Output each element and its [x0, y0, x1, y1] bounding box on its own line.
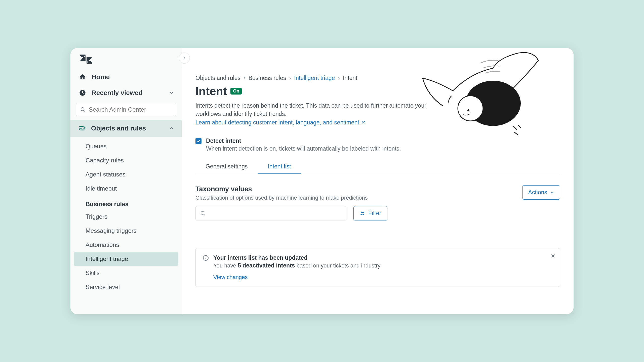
- breadcrumb-separator: ›: [244, 75, 246, 81]
- breadcrumb-intelligent-triage[interactable]: Intelligent triage: [294, 75, 335, 81]
- actions-label: Actions: [528, 189, 547, 196]
- chevron-up-icon: [169, 126, 174, 131]
- sidebar-item-service-level[interactable]: Service level: [70, 280, 182, 294]
- detect-intent-desc: When intent detection is on, tickets wil…: [206, 145, 401, 152]
- svg-point-4: [467, 109, 469, 111]
- breadcrumb-separator: ›: [289, 75, 291, 81]
- learn-more-link[interactable]: Learn about detecting customer intent, l…: [195, 119, 366, 126]
- nav-home-label: Home: [92, 73, 110, 81]
- svg-point-7: [363, 214, 364, 215]
- routing-icon: [78, 125, 86, 132]
- breadcrumb-separator: ›: [338, 75, 340, 81]
- sidebar-item-intelligent-triage[interactable]: Intelligent triage: [74, 252, 178, 266]
- tab-intent-list[interactable]: Intent list: [258, 160, 301, 174]
- sidebar-item-idle-timeout[interactable]: Idle timeout: [70, 182, 182, 196]
- svg-point-3: [458, 96, 483, 121]
- chevron-down-icon: [550, 191, 554, 195]
- search-icon: [80, 107, 86, 113]
- status-badge-on: On: [230, 88, 242, 95]
- alert-title: Your intents list has been updated: [213, 254, 307, 261]
- search-input[interactable]: [89, 106, 172, 113]
- breadcrumb-intent: Intent: [343, 75, 357, 81]
- alert-close-button[interactable]: ✕: [551, 253, 555, 259]
- zendesk-logo: [70, 52, 182, 69]
- learn-more-label: Learn about detecting customer intent, l…: [195, 119, 359, 126]
- search-admin-center[interactable]: [76, 103, 176, 116]
- nav-home[interactable]: Home: [70, 69, 182, 85]
- sidebar-sublist: Queues Capacity rules Agent statuses Idl…: [70, 137, 182, 294]
- breadcrumb-business-rules[interactable]: Business rules: [249, 75, 286, 81]
- search-icon: [200, 211, 206, 216]
- nav-recent[interactable]: Recently viewed: [70, 85, 182, 101]
- svg-point-1: [81, 107, 84, 111]
- main-panel: Objects and rules › Business rules › Int…: [182, 48, 574, 314]
- svg-point-9: [206, 257, 206, 257]
- sidebar: Home Recently viewed Objects and rules Q…: [70, 48, 182, 314]
- nav-recent-label: Recently viewed: [92, 89, 142, 97]
- filter-icon: [360, 211, 365, 216]
- tab-general-settings[interactable]: General settings: [195, 160, 258, 174]
- chevron-down-icon: [169, 90, 174, 95]
- info-icon: [203, 255, 209, 261]
- page-title: Intent: [195, 84, 227, 98]
- clock-icon: [79, 89, 86, 96]
- actions-button[interactable]: Actions: [522, 185, 560, 200]
- sidebar-item-capacity-rules[interactable]: Capacity rules: [70, 153, 182, 167]
- taxonomy-search[interactable]: [195, 206, 346, 220]
- hero-illustration: [413, 48, 543, 147]
- app-window: Home Recently viewed Objects and rules Q…: [70, 48, 574, 314]
- sidebar-item-agent-statuses[interactable]: Agent statuses: [70, 167, 182, 182]
- home-icon: [79, 73, 86, 80]
- breadcrumb-objects-rules[interactable]: Objects and rules: [195, 75, 240, 81]
- check-icon: [196, 139, 200, 143]
- svg-point-6: [361, 212, 362, 213]
- filter-button[interactable]: Filter: [353, 206, 387, 220]
- sidebar-group-business-rules: Business rules: [70, 196, 182, 210]
- detect-intent-label: Detect intent: [206, 138, 241, 144]
- sidebar-section-objects-rules[interactable]: Objects and rules: [70, 120, 182, 137]
- sidebar-section-label: Objects and rules: [91, 124, 146, 132]
- svg-point-5: [201, 211, 204, 214]
- chevron-left-icon: [182, 56, 187, 60]
- sidebar-item-skills[interactable]: Skills: [70, 266, 182, 280]
- taxonomy-subheading: Classification of options used by machin…: [195, 195, 368, 201]
- detect-intent-checkbox[interactable]: [195, 138, 202, 144]
- page-description: Intents detect the reason behind the tic…: [195, 102, 427, 118]
- alert-body: You have 5 deactivated intents based on …: [213, 262, 382, 269]
- update-alert: Your intents list has been updated You h…: [195, 248, 560, 287]
- view-changes-link[interactable]: View changes: [213, 274, 248, 281]
- tabs: General settings Intent list: [195, 160, 560, 174]
- sidebar-item-queues[interactable]: Queues: [70, 139, 182, 153]
- taxonomy-heading: Taxonomy values: [195, 185, 368, 193]
- collapse-sidebar-button[interactable]: [179, 53, 190, 64]
- sidebar-item-triggers[interactable]: Triggers: [70, 210, 182, 224]
- sidebar-item-messaging-triggers[interactable]: Messaging triggers: [70, 224, 182, 238]
- sidebar-item-automations[interactable]: Automations: [70, 238, 182, 252]
- external-link-icon: [361, 120, 366, 125]
- filter-label: Filter: [368, 210, 381, 217]
